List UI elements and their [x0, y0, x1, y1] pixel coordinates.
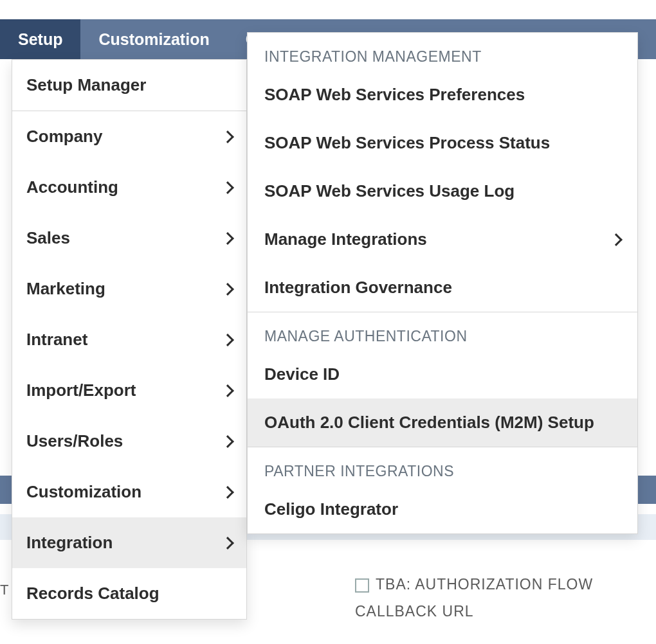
menu-item-records-catalog[interactable]: Records Catalog: [12, 568, 246, 619]
chevron-right-icon: [221, 130, 234, 143]
submenu-item-label: Integration Governance: [264, 278, 452, 298]
menu-item-label: Import/Export: [26, 380, 136, 400]
menu-item-label: Accounting: [26, 177, 118, 197]
submenu-item-label: SOAP Web Services Process Status: [264, 133, 550, 153]
menu-item-accounting[interactable]: Accounting: [12, 162, 246, 213]
menu-item-integration[interactable]: Integration: [12, 517, 246, 568]
integration-submenu: INTEGRATION MANAGEMENT SOAP Web Services…: [247, 32, 638, 534]
submenu-item-label: SOAP Web Services Preferences: [264, 85, 525, 105]
chevron-right-icon: [221, 435, 234, 448]
menu-item-customization[interactable]: Customization: [12, 467, 246, 517]
menu-item-label: Marketing: [26, 279, 105, 299]
menu-item-label: Sales: [26, 228, 70, 248]
checkbox-icon: [355, 578, 369, 593]
submenu-section-title: INTEGRATION MANAGEMENT: [248, 33, 637, 71]
nav-tab-setup[interactable]: Setup: [0, 19, 80, 59]
menu-item-setup-manager[interactable]: Setup Manager: [12, 60, 246, 111]
chevron-right-icon: [221, 181, 234, 194]
chevron-right-icon: [221, 486, 234, 499]
menu-item-intranet[interactable]: Intranet: [12, 314, 246, 365]
chevron-right-icon: [221, 334, 234, 346]
chevron-right-icon: [221, 232, 234, 245]
bg-text-tba: TBA: AUTHORIZATION FLOW: [355, 576, 593, 593]
menu-item-label: Company: [26, 127, 102, 147]
submenu-item-celigo[interactable]: Celigo Integrator: [248, 485, 637, 533]
chevron-right-icon: [221, 537, 234, 550]
submenu-item-label: OAuth 2.0 Client Credentials (M2M) Setup: [264, 413, 594, 433]
menu-item-label: Setup Manager: [26, 75, 146, 95]
menu-item-label: Intranet: [26, 330, 87, 350]
submenu-item-oauth-m2m[interactable]: OAuth 2.0 Client Credentials (M2M) Setup: [248, 398, 637, 447]
submenu-section-title: PARTNER INTEGRATIONS: [248, 447, 637, 485]
bg-text-callback: CALLBACK URL: [355, 603, 474, 620]
menu-item-label: Users/Roles: [26, 431, 123, 451]
menu-item-marketing[interactable]: Marketing: [12, 264, 246, 314]
setup-dropdown: Setup Manager Company Accounting Sales M…: [12, 59, 247, 620]
submenu-item-label: Device ID: [264, 364, 340, 384]
submenu-item-manage-integrations[interactable]: Manage Integrations: [248, 215, 637, 264]
nav-tab-customization[interactable]: Customization: [80, 19, 227, 59]
menu-item-sales[interactable]: Sales: [12, 213, 246, 264]
submenu-item-label: SOAP Web Services Usage Log: [264, 181, 515, 201]
submenu-item-integration-gov[interactable]: Integration Governance: [248, 264, 637, 312]
submenu-item-soap-status[interactable]: SOAP Web Services Process Status: [248, 119, 637, 167]
submenu-item-label: Manage Integrations: [264, 229, 427, 249]
submenu-item-soap-prefs[interactable]: SOAP Web Services Preferences: [248, 71, 637, 119]
submenu-item-soap-log[interactable]: SOAP Web Services Usage Log: [248, 167, 637, 215]
chevron-right-icon: [610, 233, 623, 246]
submenu-section-title: MANAGE AUTHENTICATION: [248, 312, 637, 350]
menu-item-company[interactable]: Company: [12, 111, 246, 162]
submenu-item-label: Celigo Integrator: [264, 499, 398, 519]
stray-letter: T: [0, 582, 8, 598]
menu-item-users-roles[interactable]: Users/Roles: [12, 416, 246, 467]
submenu-item-device-id[interactable]: Device ID: [248, 350, 637, 398]
menu-item-label: Integration: [26, 533, 113, 553]
chevron-right-icon: [221, 384, 234, 397]
menu-item-label: Records Catalog: [26, 584, 159, 604]
menu-item-import-export[interactable]: Import/Export: [12, 365, 246, 416]
chevron-right-icon: [221, 283, 234, 296]
menu-item-label: Customization: [26, 482, 141, 502]
